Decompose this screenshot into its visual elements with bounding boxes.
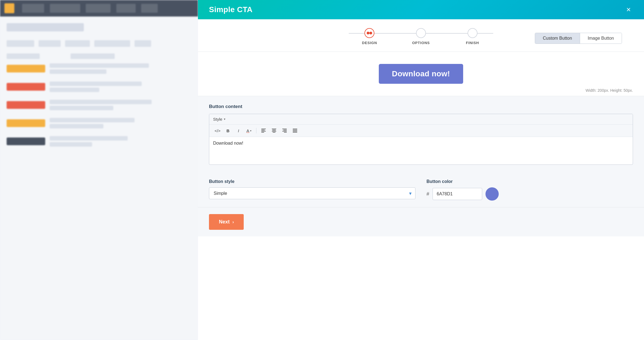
bg-nav-5: [141, 4, 158, 13]
bg-row-4: [7, 118, 191, 128]
button-color-col: Button color #: [426, 179, 633, 201]
font-color-arrow: ▾: [250, 129, 251, 132]
button-content-section: Button content Style ▾ </> B I A: [198, 96, 644, 172]
custom-button-tab[interactable]: Custom Button: [535, 33, 580, 44]
bg-tabs: [7, 40, 191, 47]
bg-tab-3: [65, 40, 90, 47]
style-dropdown[interactable]: Style ▾: [213, 117, 226, 122]
svg-rect-7: [273, 132, 275, 133]
steps-container: DESIGN OPTIONS FINISH: [344, 28, 498, 45]
step-design[interactable]: DESIGN: [344, 28, 395, 45]
next-arrow-icon: ›: [232, 220, 234, 225]
bg-text-8: [50, 124, 103, 128]
step-options-label: OPTIONS: [412, 41, 430, 45]
step-finish-circle: [468, 28, 477, 38]
align-justify-button[interactable]: [291, 127, 299, 134]
svg-rect-2: [261, 131, 266, 131]
step-options-circle: [416, 28, 426, 38]
button-color-label: Button color: [426, 179, 633, 184]
bg-tab-1: [7, 40, 34, 47]
close-button[interactable]: ×: [624, 5, 633, 15]
bg-col-1: [7, 53, 40, 59]
toolbar-separator: [256, 128, 256, 133]
svg-rect-8: [282, 129, 287, 129]
next-button-label: Next: [219, 219, 230, 225]
bg-badge-1: [7, 65, 45, 72]
preview-button: Download now!: [379, 64, 463, 84]
align-left-icon: [261, 129, 266, 133]
bg-tab-4: [94, 40, 130, 47]
align-right-button[interactable]: [280, 127, 289, 134]
bg-text-2: [50, 69, 106, 74]
svg-rect-4: [272, 129, 276, 129]
svg-rect-11: [284, 132, 287, 133]
bg-row-5: [7, 136, 191, 147]
svg-rect-0: [261, 129, 266, 129]
color-input-group: #: [426, 187, 633, 201]
bg-text-1: [50, 63, 149, 68]
step-design-dot: [367, 32, 369, 34]
svg-rect-15: [293, 132, 297, 133]
step-design-circle: [364, 28, 374, 38]
font-color-icon: A: [246, 128, 249, 133]
style-dropdown-label: Style: [213, 117, 222, 122]
bg-content: [0, 17, 198, 340]
bg-nav-2: [50, 4, 80, 13]
bg-nav-4: [116, 4, 136, 13]
style-select[interactable]: Simple Gradient Flat Outline: [209, 187, 415, 199]
button-style-label: Button style: [209, 179, 415, 184]
step-design-label: DESIGN: [362, 41, 377, 45]
steps-section: DESIGN OPTIONS FINISH Custom Button Imag…: [198, 19, 644, 52]
font-color-button[interactable]: A ▾: [245, 127, 253, 134]
step-finish[interactable]: FINISH: [447, 28, 498, 45]
bg-badge-2: [7, 83, 45, 91]
style-select-wrapper: Simple Gradient Flat Outline ▾: [209, 187, 415, 199]
bg-badge-4: [7, 119, 45, 127]
modal-body: DESIGN OPTIONS FINISH Custom Button Imag…: [198, 19, 644, 340]
italic-button[interactable]: I: [234, 127, 243, 134]
bg-text-4: [50, 88, 99, 92]
align-center-button[interactable]: [270, 127, 278, 134]
svg-rect-6: [272, 131, 276, 131]
svg-rect-14: [293, 131, 297, 131]
bg-text-9: [50, 136, 128, 141]
preview-dimensions: Width: 200px. Height: 50px.: [586, 88, 633, 93]
bg-tab-2: [39, 40, 61, 47]
bg-col-2: [71, 53, 115, 59]
modal-footer: Next ›: [198, 207, 644, 236]
color-swatch-button[interactable]: [485, 187, 499, 201]
svg-rect-13: [293, 130, 297, 130]
button-content-label: Button content: [209, 104, 633, 109]
svg-rect-5: [272, 130, 276, 130]
bg-text-10: [50, 142, 92, 147]
svg-rect-10: [282, 131, 287, 131]
color-hex-input[interactable]: [433, 188, 482, 200]
bg-tab-5: [135, 40, 151, 47]
svg-rect-12: [293, 129, 297, 129]
bold-button[interactable]: B: [224, 127, 232, 134]
bg-text-7: [50, 118, 135, 122]
bg-table-header: [7, 53, 191, 59]
button-style-col: Button style Simple Gradient Flat Outlin…: [209, 179, 415, 199]
step-options[interactable]: OPTIONS: [395, 28, 447, 45]
bg-nav-3: [86, 4, 111, 13]
align-center-icon: [272, 129, 276, 133]
svg-rect-3: [261, 132, 264, 133]
style-color-row: Button style Simple Gradient Flat Outlin…: [198, 172, 644, 207]
bg-text-5: [50, 100, 152, 104]
step-finish-label: FINISH: [466, 41, 479, 45]
align-justify-icon: [293, 129, 297, 133]
hash-label: #: [426, 191, 429, 197]
editor-container: Style ▾ </> B I A ▾: [209, 114, 633, 165]
editor-toolbar-main: </> B I A ▾: [209, 125, 633, 137]
editor-content[interactable]: Download now!: [209, 137, 633, 164]
modal-title: Simple CTA: [209, 5, 253, 14]
background-page: [0, 0, 198, 340]
code-button[interactable]: </>: [213, 127, 222, 134]
svg-rect-9: [283, 130, 287, 130]
bg-logo-icon: [4, 3, 14, 13]
image-button-tab[interactable]: Image Button: [580, 33, 622, 44]
align-left-button[interactable]: [259, 127, 268, 134]
modal-header: Simple CTA ×: [198, 0, 644, 19]
next-button[interactable]: Next ›: [209, 214, 244, 230]
